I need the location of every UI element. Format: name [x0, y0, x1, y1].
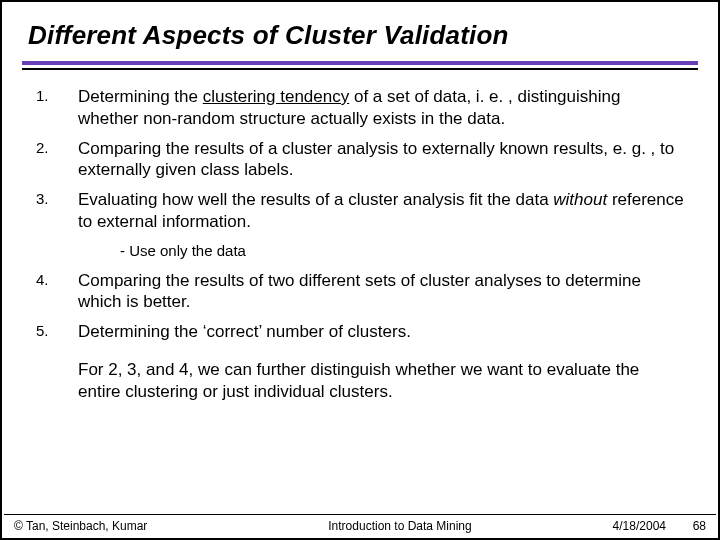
title-rule [22, 61, 698, 70]
list-item: 2. Comparing the results of a cluster an… [36, 138, 684, 182]
list-item: 5. Determining the ‘correct’ number of c… [36, 321, 684, 343]
item-text: Comparing the results of a cluster analy… [78, 138, 684, 182]
footer-center: Introduction to Data Mining [224, 519, 576, 533]
slide-body: 1. Determining the clustering tendency o… [28, 70, 692, 402]
item-number: 2. [36, 138, 78, 157]
text-run: Evaluating how well the results of a clu… [78, 190, 553, 209]
list-item: 1. Determining the clustering tendency o… [36, 86, 684, 130]
slide-footer: © Tan, Steinbach, Kumar Introduction to … [4, 514, 716, 536]
item-text: Evaluating how well the results of a clu… [78, 189, 684, 233]
item-text: Determining the clustering tendency of a… [78, 86, 684, 130]
list-item: 3. Evaluating how well the results of a … [36, 189, 684, 233]
italic-term: without [553, 190, 607, 209]
footer-date: 4/18/2004 [576, 519, 666, 533]
sub-item: - Use only the data [120, 241, 684, 260]
closing-paragraph: For 2, 3, and 4, we can further distingu… [78, 359, 684, 403]
underlined-term: clustering tendency [203, 87, 349, 106]
slide-title: Different Aspects of Cluster Validation [28, 20, 692, 51]
item-text: Comparing the results of two different s… [78, 270, 684, 314]
numbered-list-cont: 4. Comparing the results of two differen… [36, 270, 684, 343]
footer-page: 68 [666, 519, 706, 533]
item-number: 4. [36, 270, 78, 289]
item-text: Determining the ‘correct’ number of clus… [78, 321, 684, 343]
text-run: Determining the [78, 87, 203, 106]
numbered-list: 1. Determining the clustering tendency o… [36, 86, 684, 233]
item-number: 3. [36, 189, 78, 208]
item-number: 5. [36, 321, 78, 340]
item-number: 1. [36, 86, 78, 105]
list-item: 4. Comparing the results of two differen… [36, 270, 684, 314]
slide: Different Aspects of Cluster Validation … [0, 0, 720, 540]
footer-copyright: © Tan, Steinbach, Kumar [14, 519, 224, 533]
